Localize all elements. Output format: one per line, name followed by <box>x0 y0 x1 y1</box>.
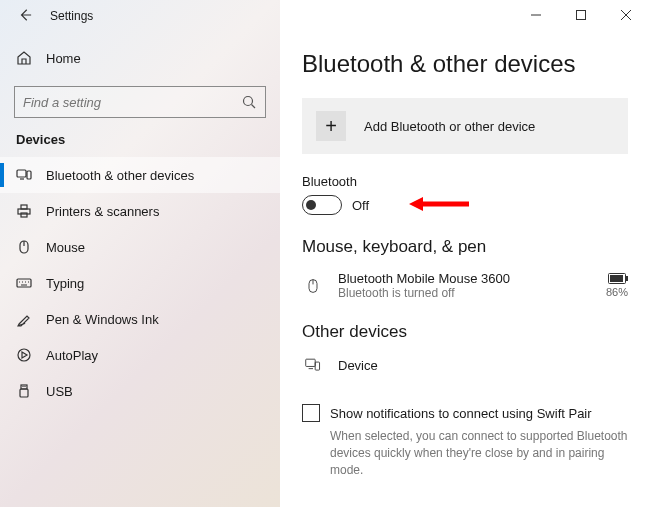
mouse-icon <box>302 273 324 299</box>
sidebar-item-label: USB <box>46 384 73 399</box>
bluetooth-state: Off <box>352 198 369 213</box>
device-name: Bluetooth Mobile Mouse 3600 <box>338 271 510 286</box>
toggle-knob <box>306 200 316 210</box>
bluetooth-label: Bluetooth <box>302 174 628 189</box>
sidebar: Settings Home Devices Bluetoot <box>0 0 280 507</box>
sidebar-item-label: Pen & Windows Ink <box>46 312 159 327</box>
svg-rect-14 <box>626 276 628 281</box>
back-arrow-icon[interactable] <box>18 8 32 25</box>
swift-pair-checkbox-row[interactable]: Show notifications to connect using Swif… <box>302 404 628 422</box>
swift-pair-help: When selected, you can connect to suppor… <box>302 428 628 478</box>
battery-icon <box>608 273 628 284</box>
sidebar-item-printers[interactable]: Printers & scanners <box>0 193 280 229</box>
search-icon <box>241 94 257 110</box>
other-device-row[interactable]: Device <box>302 352 628 396</box>
nav-home-label: Home <box>46 51 81 66</box>
devices-icon <box>16 167 32 183</box>
svg-point-8 <box>18 349 30 361</box>
svg-rect-15 <box>610 275 623 282</box>
minimize-button[interactable] <box>513 0 558 30</box>
maximize-button[interactable] <box>558 0 603 30</box>
titlebar-left: Settings <box>0 0 280 32</box>
sidebar-item-typing[interactable]: Typing <box>0 265 280 301</box>
other-device-name: Device <box>338 358 378 373</box>
svg-rect-4 <box>21 205 27 209</box>
swift-pair-label: Show notifications to connect using Swif… <box>330 406 592 421</box>
sidebar-item-bluetooth[interactable]: Bluetooth & other devices <box>0 157 280 193</box>
sidebar-item-autoplay[interactable]: AutoPlay <box>0 337 280 373</box>
checkbox-icon[interactable] <box>302 404 320 422</box>
add-device-button[interactable]: + Add Bluetooth or other device <box>302 98 628 154</box>
section-mouse-heading: Mouse, keyboard, & pen <box>302 237 628 257</box>
home-icon <box>16 50 32 66</box>
svg-rect-10 <box>20 389 28 397</box>
sidebar-item-usb[interactable]: USB <box>0 373 280 409</box>
pen-icon <box>16 311 32 327</box>
svg-rect-9 <box>21 385 27 389</box>
close-button[interactable] <box>603 0 648 30</box>
sidebar-item-label: Printers & scanners <box>46 204 159 219</box>
device-text: Bluetooth Mobile Mouse 3600 Bluetooth is… <box>338 271 510 300</box>
plus-icon: + <box>316 111 346 141</box>
svg-point-0 <box>244 97 253 106</box>
device-row[interactable]: Bluetooth Mobile Mouse 3600 Bluetooth is… <box>302 267 628 322</box>
battery-indicator: 86% <box>606 273 628 298</box>
annotation-arrow-icon <box>409 196 469 215</box>
section-other-heading: Other devices <box>302 322 628 342</box>
usb-icon <box>16 383 32 399</box>
battery-percent: 86% <box>606 286 628 298</box>
sidebar-group-label: Devices <box>0 132 280 157</box>
add-device-label: Add Bluetooth or other device <box>364 119 535 134</box>
sidebar-item-pen[interactable]: Pen & Windows Ink <box>0 301 280 337</box>
device-icon <box>302 356 324 374</box>
sidebar-item-label: AutoPlay <box>46 348 98 363</box>
sidebar-item-label: Typing <box>46 276 84 291</box>
sidebar-item-mouse[interactable]: Mouse <box>0 229 280 265</box>
svg-rect-11 <box>576 11 585 20</box>
mouse-icon <box>16 239 32 255</box>
autoplay-icon <box>16 347 32 363</box>
window-title: Settings <box>50 9 93 23</box>
device-text: Device <box>338 358 378 373</box>
sidebar-item-label: Mouse <box>46 240 85 255</box>
search-input[interactable] <box>23 95 233 110</box>
printer-icon <box>16 203 32 219</box>
svg-rect-17 <box>315 362 319 370</box>
page-title: Bluetooth & other devices <box>302 50 628 78</box>
nav-home[interactable]: Home <box>0 40 280 76</box>
sidebar-item-label: Bluetooth & other devices <box>46 168 194 183</box>
keyboard-icon <box>16 275 32 291</box>
window-controls <box>513 0 648 30</box>
svg-rect-16 <box>306 359 315 366</box>
svg-rect-1 <box>17 170 26 177</box>
svg-rect-2 <box>27 171 31 179</box>
main-content: Bluetooth & other devices + Add Bluetoot… <box>280 0 648 507</box>
device-status: Bluetooth is turned off <box>338 286 510 300</box>
bluetooth-toggle[interactable] <box>302 195 342 215</box>
svg-rect-7 <box>17 279 31 287</box>
search-box[interactable] <box>14 86 266 118</box>
